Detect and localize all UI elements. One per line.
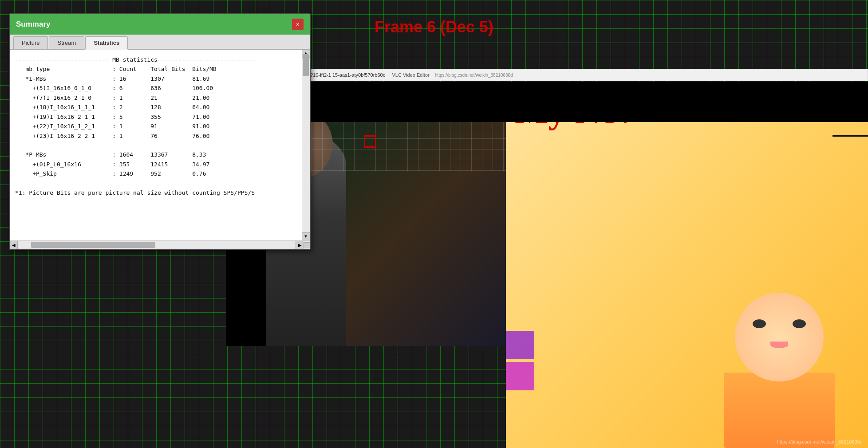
vertical-scrollbar[interactable]: ▲ ▼	[302, 50, 310, 240]
purple-block-2	[506, 362, 534, 390]
dialog-titlebar: Summary ×	[10, 14, 310, 35]
address-bar-text: ?10-fft2-1 15-aas1-aty0bf570rb60c VLC Vi…	[310, 72, 513, 78]
horizontal-scrollbar[interactable]: ◀ ▶	[10, 240, 310, 249]
tab-picture[interactable]: Picture	[13, 36, 48, 49]
hscrollbar-track	[18, 241, 296, 249]
horizontal-line	[832, 135, 868, 137]
red-marker-box	[364, 135, 376, 148]
dialog-tabs: Picture Stream Statistics	[10, 35, 310, 50]
hscrollbar-right-arrow[interactable]: ▶	[296, 241, 304, 249]
dialog-content-area[interactable]: --------------------------- MB statistic…	[10, 50, 310, 240]
scrollbar-thumb[interactable]	[303, 54, 309, 76]
purple-block-1	[506, 331, 534, 359]
hscrollbar-left-arrow[interactable]: ◀	[10, 241, 18, 249]
black-bar-top	[226, 82, 868, 122]
statistics-text: --------------------------- MB statistic…	[15, 55, 304, 198]
tab-statistics[interactable]: Statistics	[85, 36, 128, 50]
anime-content-area: My Nev	[506, 82, 868, 448]
dialog-title: Summary	[16, 20, 50, 29]
watermark: https://blog.csdn.net/weixin_38210630d	[777, 439, 863, 444]
resize-handle[interactable]	[304, 242, 310, 248]
scrollbar-down-arrow[interactable]: ▼	[302, 232, 310, 240]
tab-stream[interactable]: Stream	[49, 36, 84, 49]
dialog-close-button[interactable]: ×	[292, 19, 304, 30]
vlc-label: VLC Video Editor	[392, 72, 429, 78]
browser-address-bar[interactable]: ?10-fft2-1 15-aas1-aty0bf570rb60c VLC Vi…	[306, 69, 868, 81]
anime-character	[713, 293, 846, 448]
summary-dialog: Summary × Picture Stream Statistics ----…	[9, 13, 311, 250]
frame-title: Frame 6 (Dec 5)	[375, 18, 493, 36]
hscrollbar-thumb[interactable]	[31, 242, 155, 248]
